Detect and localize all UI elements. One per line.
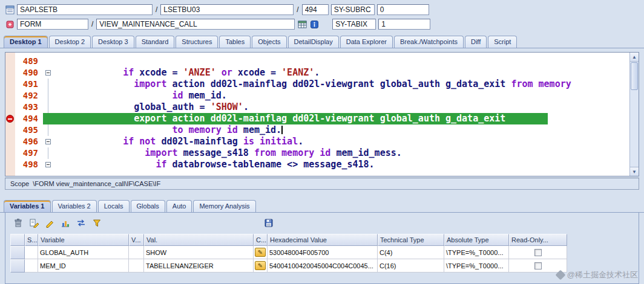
tab-structures[interactable]: Structures	[176, 36, 218, 48]
code-line-495[interactable]: 495 to memory id mem_id.	[5, 124, 639, 136]
separator: /	[155, 5, 158, 14]
sap-debugger-window: / / / Desktop 1Desktop 2Desktop	[0, 0, 644, 284]
code-line-496[interactable]: 496 if not dd02l-mainflag is initial.	[5, 136, 639, 147]
program-field[interactable]	[17, 4, 153, 15]
table-contents-icon[interactable]	[297, 19, 307, 29]
code-line-490[interactable]: 490 if xcode = 'ANZE' or xcode = 'EANZ'.	[5, 67, 639, 79]
line-number: 492	[15, 90, 43, 102]
col-header-absolute-type[interactable]: Absolute Type	[444, 234, 509, 246]
edit-value-icon[interactable]: ✎	[255, 261, 266, 270]
scroll-up-icon[interactable]: ▲	[630, 53, 639, 62]
fold-margin	[43, 102, 55, 113]
row-selector[interactable]	[10, 246, 25, 259]
breakpoint-margin[interactable]	[5, 159, 15, 170]
line-number-field[interactable]	[302, 4, 329, 15]
table-row[interactable]: MEM_IDTABELLENANZEIGER✎54004100420045004…	[10, 259, 639, 273]
breakpoint-margin[interactable]	[5, 90, 15, 102]
watch-variable-1-field[interactable]	[331, 4, 375, 15]
code-line-491[interactable]: 491 import action dd02l-mainflag dd02l-v…	[5, 79, 639, 90]
scroll-down-icon[interactable]: ▼	[630, 167, 639, 176]
row-selector[interactable]	[10, 259, 25, 273]
col-header-technical-type[interactable]: Technical Type	[378, 234, 444, 246]
breakpoint-margin[interactable]	[5, 136, 15, 147]
col-header-selector[interactable]	[10, 234, 25, 246]
col-header-c[interactable]: C...	[254, 234, 268, 246]
fold-margin	[43, 159, 55, 170]
scroll-thumb[interactable]	[631, 62, 638, 90]
col-header-hexadecimal-value[interactable]: Hexadecimal Value	[268, 234, 378, 246]
chart-button[interactable]	[59, 217, 72, 229]
breakpoint-margin[interactable]	[5, 124, 15, 136]
change-entry-icon	[29, 218, 39, 228]
vertical-scrollbar[interactable]: ▲ ▼	[629, 53, 639, 176]
change-entry-button[interactable]	[27, 217, 41, 229]
swap-button[interactable]	[74, 217, 88, 229]
tab-objects[interactable]: Objects	[252, 36, 286, 48]
filter-button[interactable]	[90, 217, 104, 229]
breakpoint-margin[interactable]	[5, 113, 15, 124]
tab-diff[interactable]: Diff	[465, 36, 487, 48]
tab-variables-2[interactable]: Variables 2	[52, 200, 97, 212]
tab-data-explorer[interactable]: Data Explorer	[340, 36, 393, 48]
breakpoint-margin[interactable]	[5, 147, 15, 159]
col-header-s[interactable]: S...	[25, 234, 38, 246]
tab-tables[interactable]: Tables	[219, 36, 251, 48]
line-number: 490	[15, 67, 43, 79]
code-line-497[interactable]: 497 import message_s418 from memory id m…	[5, 147, 639, 159]
watch-variable-2-field[interactable]	[332, 19, 376, 30]
cell-absolute-type: \TYPE=%_T0000...	[444, 259, 509, 273]
tab-break-watchpoints[interactable]: Break./Watchpoints	[394, 36, 464, 48]
tab-variables-1[interactable]: Variables 1	[4, 200, 51, 212]
line-number: 494	[15, 113, 43, 124]
edit-value-icon[interactable]: ✎	[255, 248, 266, 257]
tab-locals[interactable]: Locals	[98, 200, 130, 212]
tab-auto[interactable]: Auto	[166, 200, 192, 212]
code-line-492[interactable]: 492 id mem_id.	[5, 90, 639, 102]
tab-desktop-3[interactable]: Desktop 3	[92, 36, 134, 48]
cell-s	[25, 246, 38, 259]
tab-script[interactable]: Script	[488, 36, 517, 48]
code-line-493[interactable]: 493 global_auth = 'SHOW'.	[5, 102, 639, 113]
fold-toggle-icon[interactable]	[45, 162, 51, 167]
tab-standard[interactable]: Standard	[136, 36, 175, 48]
col-header-variable[interactable]: Variable	[38, 234, 129, 246]
filter-icon	[92, 218, 102, 228]
cell-s	[25, 259, 38, 273]
source-location-row: / /	[5, 4, 639, 16]
code-editor[interactable]: 489490 if xcode = 'ANZE' or xcode = 'EAN…	[5, 52, 639, 176]
tab-desktop-2[interactable]: Desktop 2	[49, 36, 91, 48]
read-only-checkbox[interactable]	[534, 262, 542, 269]
edit-button[interactable]	[43, 217, 56, 229]
save-button[interactable]	[262, 217, 275, 229]
breakpoint-icon	[6, 115, 14, 123]
breakpoint-margin[interactable]	[5, 56, 15, 67]
fold-toggle-icon[interactable]	[45, 139, 51, 144]
chart-icon	[61, 218, 70, 228]
tab-detaildisplay[interactable]: DetailDisplay	[288, 36, 339, 48]
event-type-field[interactable]	[17, 19, 88, 30]
tab-globals[interactable]: Globals	[131, 200, 165, 212]
delete-button[interactable]	[12, 217, 25, 229]
breakpoint-margin[interactable]	[5, 67, 15, 79]
breakpoint-margin[interactable]	[5, 102, 15, 113]
info-icon[interactable]	[309, 19, 319, 29]
code-line-489[interactable]: 489	[5, 56, 639, 67]
col-header-v[interactable]: V...	[129, 234, 144, 246]
code-text: id mem_id.	[55, 90, 639, 102]
event-name-field[interactable]	[96, 19, 295, 30]
code-line-494[interactable]: 494 export action dd02l-mainflag dd02l-v…	[5, 113, 639, 124]
table-row[interactable]: GLOBAL_AUTHSHOW✎530048004F005700C(4)\TYP…	[10, 246, 639, 259]
tab-memory-analysis[interactable]: Memory Analysis	[193, 200, 255, 212]
include-field[interactable]	[160, 4, 294, 15]
pencil-icon	[45, 218, 54, 228]
breakpoint-margin[interactable]	[5, 79, 15, 90]
read-only-checkbox[interactable]	[534, 249, 542, 256]
code-line-498[interactable]: 498 if databrowse-tablename <> message_s…	[5, 159, 639, 170]
fold-toggle-icon[interactable]	[45, 70, 51, 76]
line-number: 489	[15, 56, 43, 67]
col-header-val[interactable]: Val.	[144, 234, 254, 246]
tab-desktop-1[interactable]: Desktop 1	[4, 36, 48, 48]
col-header-read-only[interactable]: Read-Only...	[509, 234, 567, 246]
delete-icon	[13, 218, 23, 228]
debugger-header: / / /	[0, 0, 644, 34]
